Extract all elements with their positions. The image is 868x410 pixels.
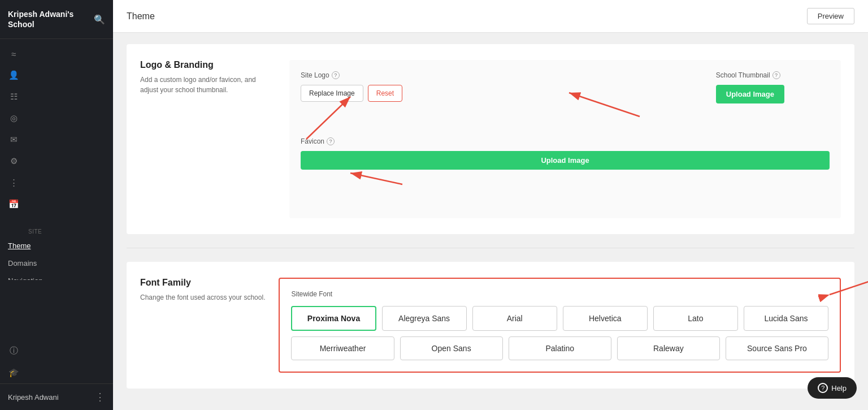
logo-branding-title: Logo & Branding [140,60,276,70]
sidebar-section-label: SITE [0,219,113,237]
sidebar-icon-activity[interactable]: ≈ [0,44,113,64]
school-thumbnail-label: School Thumbnail ? [716,71,784,79]
font-family-inner: Font Family Change the font used across … [127,262,854,389]
font-btn-source-sans-pro[interactable]: Source Sans Pro [726,336,828,360]
sidebar-item-theme-label: Theme [8,241,105,250]
sidebar-icon-layout[interactable]: ☷ [0,86,113,107]
users-icon: 👤 [8,70,19,80]
sidebar-icon-help[interactable]: ⓘ [0,340,113,362]
dollar-icon: ◎ [8,113,19,123]
favicon-help-icon[interactable]: ? [327,137,335,145]
school-thumbnail-help-icon[interactable]: ? [772,71,780,79]
layout-icon: ☷ [8,92,19,102]
activity-icon: ≈ [8,49,19,59]
svg-line-5 [350,173,402,184]
sidebar-icon-users[interactable]: 👤 [0,64,113,86]
sidebar-item-theme[interactable]: Theme [0,237,113,254]
sidebar-icon-graduate[interactable]: 🎓 [0,362,113,383]
font-btn-lato[interactable]: Lato [653,306,738,331]
logo-branding-left: Logo & Branding Add a custom logo and/or… [140,60,276,218]
mail-icon: ✉ [8,135,19,145]
sidebar-top-icons: ≈ 👤 ☷ ◎ ✉ ⚙ ⋮ 📅 [0,39,113,219]
sidebar-item-domains-label: Domains [8,259,105,267]
font-family-wrapper: Sitewide Font Proxima Nova Alegreya Sans… [279,278,841,373]
font-btn-lucida-sans[interactable]: Lucida Sans [744,306,828,331]
help-button-label: Help [831,384,847,392]
font-family-desc: Change the font used across your school. [140,292,265,303]
help-button-icon: ? [818,383,828,393]
search-icon[interactable]: 🔍 [94,14,105,25]
site-logo-label: Site Logo ? [301,71,402,79]
sidebar: Kripesh Adwani's School 🔍 ≈ 👤 ☷ ◎ ✉ ⚙ ⋮ … [0,0,113,410]
font-grid-row2: Merriweather Open Sans Palatino Raleway … [291,336,828,360]
section-divider [127,248,854,248]
page-title: Theme [127,11,155,21]
font-btn-alegreya-sans[interactable]: Alegreya Sans [382,306,467,331]
sitewide-font-label: Sitewide Font [291,290,828,298]
upload-favicon-button[interactable]: Upload Image [301,151,830,170]
font-btn-helvetica[interactable]: Helvetica [563,306,648,331]
footer-more-icon[interactable]: ⋮ [95,391,105,403]
footer-user-name: Kripesh Adwani [8,393,59,402]
main-header: Theme Preview [113,0,868,33]
font-btn-raleway[interactable]: Raleway [617,336,720,360]
reset-button[interactable]: Reset [368,85,402,102]
sidebar-item-domains[interactable]: Domains [0,254,113,272]
sidebar-icon-calendar[interactable]: 📅 [0,193,113,215]
site-logo-group: Site Logo ? Replace Image Reset [301,71,402,102]
upload-thumbnail-button[interactable]: Upload Image [716,85,784,103]
school-name: Kripesh Adwani's School [8,9,94,29]
logo-branding-right: Site Logo ? Replace Image Reset School T… [289,60,841,218]
favicon-label: Favicon ? [301,137,830,145]
favicon-group: Favicon ? Upload Image [301,137,830,170]
font-btn-merriweather[interactable]: Merriweather [291,336,394,360]
font-btn-proxima-nova[interactable]: Proxima Nova [291,306,376,331]
settings-icon: ⚙ [8,156,19,166]
sidebar-header: Kripesh Adwani's School 🔍 [0,0,113,39]
logo-branding-desc: Add a custom logo and/or favicon, and ad… [140,75,276,95]
font-btn-arial[interactable]: Arial [472,306,557,331]
content-area: Logo & Branding Add a custom logo and/or… [113,33,868,410]
font-family-right-wrapper: Sitewide Font Proxima Nova Alegreya Sans… [279,278,841,373]
font-btn-palatino[interactable]: Palatino [509,336,611,360]
sidebar-icon-library[interactable]: ⋮ [0,172,113,193]
replace-image-button[interactable]: Replace Image [301,85,363,102]
sidebar-nav: SITE Theme Domains Navigation Bios Pages… [0,219,113,279]
help-button[interactable]: ? Help [808,377,857,399]
calendar-icon: 📅 [8,199,19,209]
graduate-icon: 🎓 [8,368,19,378]
main-content: Theme Preview Logo & Branding Add a cust… [113,0,868,410]
help-circle-icon: ⓘ [8,346,19,356]
font-family-card: Font Family Change the font used across … [127,262,854,389]
sidebar-item-navigation[interactable]: Navigation [0,272,113,279]
site-logo-buttons: Replace Image Reset [301,85,402,102]
font-family-left: Font Family Change the font used across … [140,278,265,373]
font-family-title: Font Family [140,278,265,288]
preview-button[interactable]: Preview [807,8,854,24]
sidebar-icon-settings[interactable]: ⚙ [0,150,113,172]
font-grid-row1: Proxima Nova Alegreya Sans Arial Helveti… [291,306,828,331]
library-icon: ⋮ [8,178,19,188]
school-thumbnail-group: School Thumbnail ? Upload Image [716,71,784,103]
sidebar-icon-dollar[interactable]: ◎ [0,107,113,129]
sidebar-footer: Kripesh Adwani ⋮ [0,383,113,410]
logo-branding-inner: Logo & Branding Add a custom logo and/or… [127,44,854,234]
site-logo-help-icon[interactable]: ? [332,71,340,79]
font-btn-open-sans[interactable]: Open Sans [400,336,503,360]
logo-branding-card: Logo & Branding Add a custom logo and/or… [127,44,854,234]
sidebar-icon-mail[interactable]: ✉ [0,129,113,150]
